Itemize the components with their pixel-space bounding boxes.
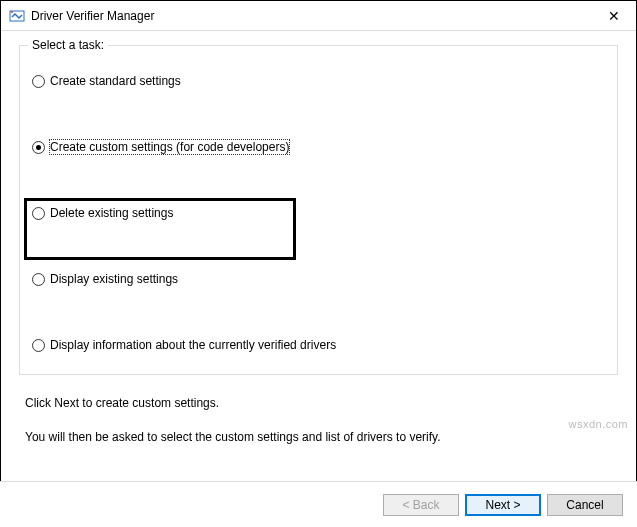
radio-icon: [32, 339, 45, 352]
radio-display-info[interactable]: Display information about the currently …: [30, 334, 607, 356]
radio-create-standard[interactable]: Create standard settings: [30, 70, 607, 92]
radio-icon: [32, 273, 45, 286]
radio-create-custom[interactable]: Create custom settings (for code develop…: [30, 136, 607, 158]
radio-label: Create custom settings (for code develop…: [50, 140, 289, 154]
instruction-line-2: You will then be asked to select the cus…: [25, 425, 618, 449]
cancel-button[interactable]: Cancel: [547, 494, 623, 516]
radio-label: Create standard settings: [50, 74, 181, 88]
instructions-block: Click Next to create custom settings. Yo…: [19, 391, 618, 449]
radio-icon: [32, 75, 45, 88]
radio-delete-existing[interactable]: Delete existing settings: [30, 202, 607, 224]
task-groupbox: Select a task: Create standard settings …: [19, 45, 618, 375]
close-button[interactable]: ✕: [591, 1, 636, 31]
next-button[interactable]: Next >: [465, 494, 541, 516]
close-icon: ✕: [608, 8, 620, 24]
button-bar: < Back Next > Cancel: [0, 481, 637, 527]
radio-label: Display existing settings: [50, 272, 178, 286]
radio-label: Delete existing settings: [50, 206, 173, 220]
content-area: Select a task: Create standard settings …: [1, 31, 636, 480]
svg-point-1: [11, 11, 13, 13]
back-button: < Back: [383, 494, 459, 516]
instruction-line-1: Click Next to create custom settings.: [25, 391, 618, 415]
watermark-text: wsxdn.com: [568, 418, 628, 430]
titlebar: Driver Verifier Manager ✕: [1, 1, 636, 31]
app-icon: [9, 8, 25, 24]
radio-display-existing[interactable]: Display existing settings: [30, 268, 607, 290]
window-title: Driver Verifier Manager: [31, 9, 591, 23]
radio-label: Display information about the currently …: [50, 338, 336, 352]
radio-icon: [32, 141, 45, 154]
groupbox-label: Select a task:: [28, 38, 108, 52]
radio-icon: [32, 207, 45, 220]
